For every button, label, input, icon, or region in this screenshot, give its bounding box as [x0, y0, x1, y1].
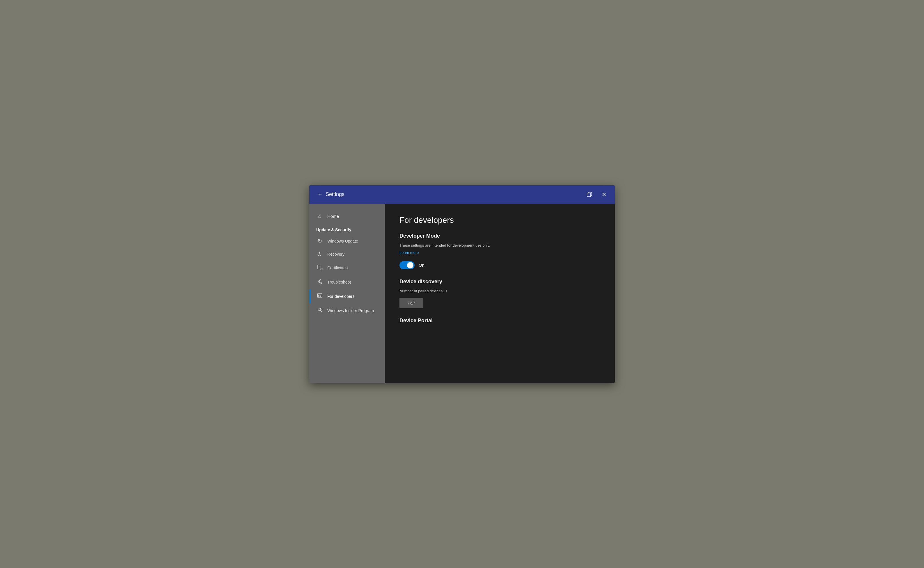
window-title: Settings [325, 191, 584, 198]
svg-rect-0 [587, 193, 591, 196]
svg-point-8 [319, 308, 321, 310]
home-icon: ⌂ [316, 213, 323, 219]
content-panel: For developers Developer Mode These sett… [385, 204, 615, 383]
developer-mode-toggle[interactable] [399, 261, 414, 269]
developer-mode-title: Developer Mode [399, 233, 600, 239]
toggle-state-label: On [419, 263, 425, 267]
sidebar-item-label: Recovery [327, 252, 345, 257]
back-button[interactable]: ← [315, 190, 325, 199]
paired-devices-text: Number of paired devices: 0 [399, 289, 600, 293]
toggle-slider [399, 261, 414, 269]
sidebar: ⌂ Home Update & Security ↻ Windows Updat… [309, 204, 385, 383]
page-title: For developers [399, 216, 600, 225]
sidebar-item-label: Windows Update [327, 239, 358, 243]
main-content: ⌂ Home Update & Security ↻ Windows Updat… [309, 204, 615, 383]
learn-more-link[interactable]: Learn more [399, 251, 419, 255]
titlebar: ← Settings ✕ [309, 185, 615, 204]
sidebar-item-windows-update[interactable]: ↻ Windows Update [309, 234, 385, 248]
settings-window: ← Settings ✕ ⌂ Home Update & Security [309, 185, 615, 383]
developer-mode-description: These settings are intended for developm… [399, 243, 600, 248]
for-developers-icon [316, 293, 323, 300]
sidebar-item-recovery[interactable]: ⏱ Recovery [309, 248, 385, 261]
titlebar-controls: ✕ [584, 190, 609, 199]
troubleshoot-icon [316, 279, 323, 286]
sidebar-item-label: Certificates [327, 266, 348, 270]
sidebar-item-home[interactable]: ⌂ Home [309, 210, 385, 223]
svg-point-9 [321, 308, 322, 309]
sidebar-item-certificates[interactable]: Certificates [309, 261, 385, 275]
certificates-icon [316, 264, 323, 272]
sidebar-item-label: Troubleshoot [327, 280, 351, 284]
sidebar-item-windows-insider[interactable]: Windows Insider Program [309, 304, 385, 318]
device-portal-title: Device Portal [399, 317, 600, 324]
sidebar-item-label: Windows Insider Program [327, 308, 374, 313]
sidebar-home-label: Home [327, 214, 339, 219]
recovery-icon: ⏱ [316, 251, 323, 257]
developer-mode-toggle-row: On [399, 261, 600, 269]
sidebar-item-troubleshoot[interactable]: Troubleshoot [309, 275, 385, 289]
close-button[interactable]: ✕ [599, 190, 609, 199]
restore-button[interactable] [584, 190, 595, 199]
windows-insider-icon [316, 307, 323, 314]
svg-rect-5 [318, 296, 319, 297]
pair-button[interactable]: Pair [399, 298, 423, 308]
sidebar-item-label: For developers [327, 294, 354, 299]
sidebar-item-for-developers[interactable]: For developers [309, 289, 385, 304]
device-discovery-title: Device discovery [399, 279, 600, 285]
sidebar-section-title: Update & Security [309, 223, 385, 234]
windows-update-icon: ↻ [316, 238, 323, 244]
